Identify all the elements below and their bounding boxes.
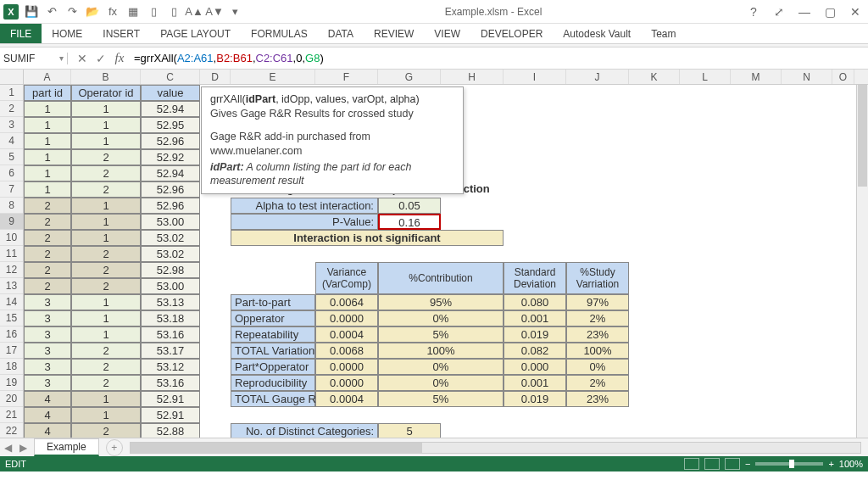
col-header-O[interactable]: O bbox=[832, 70, 854, 84]
row-header[interactable]: 12 bbox=[0, 262, 23, 278]
vertical-scrollbar-thumb[interactable] bbox=[858, 85, 867, 187]
cell[interactable]: 2 bbox=[71, 375, 141, 391]
sheet-nav-right-icon[interactable]: ▶ bbox=[15, 442, 31, 454]
tab-autodesk-vault[interactable]: Autodesk Vault bbox=[553, 24, 641, 43]
cell[interactable]: 0.0000 bbox=[315, 375, 378, 391]
tab-page-layout[interactable]: PAGE LAYOUT bbox=[150, 24, 241, 43]
row-header[interactable]: 8 bbox=[0, 198, 23, 214]
row-header[interactable]: 3 bbox=[0, 117, 23, 133]
cell[interactable]: value bbox=[141, 85, 200, 101]
col-header-D[interactable]: D bbox=[200, 70, 231, 84]
row-header[interactable]: 4 bbox=[0, 133, 23, 149]
cell[interactable]: 1 bbox=[24, 117, 71, 133]
tab-insert[interactable]: INSERT bbox=[92, 24, 150, 43]
cell[interactable]: 3 bbox=[24, 310, 71, 326]
cell[interactable]: Variance (VarComp) bbox=[315, 262, 378, 294]
cell[interactable]: 53.00 bbox=[141, 278, 200, 294]
qat-font-decrease-icon[interactable]: A▼ bbox=[207, 4, 222, 20]
cell[interactable]: 0.0000 bbox=[315, 359, 378, 375]
cell[interactable]: 1 bbox=[24, 133, 71, 149]
cell[interactable]: 52.94 bbox=[141, 101, 200, 117]
cell[interactable]: Repeatability bbox=[231, 326, 315, 343]
cell[interactable]: 2 bbox=[24, 214, 71, 230]
zoom-level[interactable]: 100% bbox=[839, 459, 863, 469]
qat-more-icon[interactable]: ▾ bbox=[227, 4, 242, 20]
row-header[interactable]: 11 bbox=[0, 246, 23, 262]
row-header[interactable]: 5 bbox=[0, 149, 23, 165]
col-header-G[interactable]: G bbox=[378, 70, 441, 84]
cell[interactable]: 2 bbox=[71, 181, 141, 198]
row-header[interactable]: 19 bbox=[0, 375, 23, 391]
col-header-A[interactable]: A bbox=[24, 70, 71, 84]
name-box-dropdown-icon[interactable]: ▾ bbox=[59, 53, 64, 63]
cell[interactable]: 1 bbox=[71, 133, 141, 149]
cell[interactable]: 52.96 bbox=[141, 198, 200, 214]
cell[interactable]: 52.91 bbox=[141, 391, 200, 407]
cell[interactable]: 4 bbox=[24, 391, 71, 407]
horizontal-scrollbar-thumb[interactable] bbox=[131, 443, 423, 453]
tab-review[interactable]: REVIEW bbox=[364, 24, 424, 43]
col-header-I[interactable]: I bbox=[504, 70, 566, 84]
qat-redo-icon[interactable]: ↷ bbox=[64, 4, 80, 20]
cell[interactable]: 3 bbox=[24, 359, 71, 375]
col-header-J[interactable]: J bbox=[566, 70, 629, 84]
qat-save-icon[interactable]: 💾 bbox=[24, 4, 39, 20]
cell[interactable]: 0.019 bbox=[504, 326, 566, 343]
cell[interactable]: 2 bbox=[71, 165, 141, 181]
ribbon-display-icon[interactable]: ⤢ bbox=[770, 5, 788, 19]
cell[interactable]: Alpha to test interaction: bbox=[231, 198, 378, 214]
cell[interactable]: %Study Varriation bbox=[566, 262, 629, 294]
cell[interactable]: 1 bbox=[71, 214, 141, 230]
cell[interactable]: 53.13 bbox=[141, 294, 200, 310]
cell[interactable]: Standard Deviation bbox=[504, 262, 566, 294]
cell[interactable]: 53.00 bbox=[141, 214, 200, 230]
cell[interactable]: part id bbox=[24, 85, 71, 101]
select-all-corner[interactable] bbox=[0, 70, 24, 84]
sheet-tab-example[interactable]: Example bbox=[34, 438, 99, 456]
cell[interactable]: 1 bbox=[24, 181, 71, 198]
cell[interactable]: 53.17 bbox=[141, 343, 200, 359]
cell[interactable]: 1 bbox=[24, 101, 71, 117]
cell[interactable]: 1 bbox=[71, 101, 141, 117]
cell[interactable]: 0.0004 bbox=[315, 391, 378, 407]
qat-fx-icon[interactable]: fx bbox=[105, 4, 120, 20]
tab-file[interactable]: FILE bbox=[0, 24, 42, 43]
cell[interactable]: 2 bbox=[71, 149, 141, 165]
row-header[interactable]: 18 bbox=[0, 359, 23, 375]
cell[interactable]: P-Value: bbox=[231, 214, 378, 230]
cell[interactable]: Operator id bbox=[71, 85, 141, 101]
cell[interactable]: 3 bbox=[24, 326, 71, 343]
cell[interactable]: 23% bbox=[566, 326, 629, 343]
cell[interactable]: 1 bbox=[71, 407, 141, 423]
cell[interactable]: 52.96 bbox=[141, 181, 200, 198]
tab-home[interactable]: HOME bbox=[42, 24, 92, 43]
cell[interactable]: 53.02 bbox=[141, 230, 200, 246]
row-header[interactable]: 1 bbox=[0, 85, 23, 101]
cell[interactable]: 2 bbox=[24, 246, 71, 262]
cell[interactable]: 1 bbox=[24, 149, 71, 165]
col-header-M[interactable]: M bbox=[731, 70, 782, 84]
cell[interactable]: 0.0064 bbox=[315, 294, 378, 310]
cell[interactable]: 52.98 bbox=[141, 262, 200, 278]
col-header-H[interactable]: H bbox=[441, 70, 504, 84]
col-header-N[interactable]: N bbox=[782, 70, 832, 84]
zoom-in-icon[interactable]: + bbox=[828, 459, 833, 469]
view-normal-icon[interactable] bbox=[684, 458, 699, 470]
row-header[interactable]: 13 bbox=[0, 278, 23, 294]
add-sheet-icon[interactable]: + bbox=[106, 439, 123, 456]
cell[interactable]: 3 bbox=[24, 375, 71, 391]
row-header[interactable]: 9 bbox=[0, 214, 23, 230]
qat-open-icon[interactable]: 📂 bbox=[85, 4, 100, 20]
row-header[interactable]: 16 bbox=[0, 326, 23, 343]
cell[interactable]: TOTAL Gauge R&R bbox=[231, 391, 315, 407]
cell[interactable]: 1 bbox=[71, 230, 141, 246]
col-header-E[interactable]: E bbox=[231, 70, 315, 84]
cell[interactable]: Opperator bbox=[231, 310, 315, 326]
maximize-icon[interactable]: ▢ bbox=[821, 5, 839, 19]
cell[interactable]: 0.000 bbox=[504, 359, 566, 375]
col-header-L[interactable]: L bbox=[680, 70, 731, 84]
cell[interactable]: Part-to-part bbox=[231, 294, 315, 310]
cell[interactable]: 4 bbox=[24, 407, 71, 423]
cell[interactable]: 2 bbox=[71, 343, 141, 359]
cell[interactable]: 2 bbox=[24, 278, 71, 294]
